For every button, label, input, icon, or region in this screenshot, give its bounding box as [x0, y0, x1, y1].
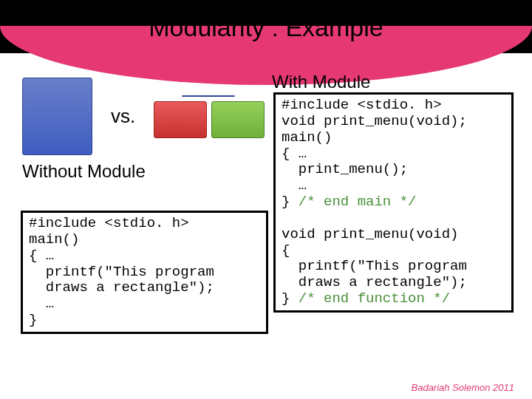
- monolithic-block: [22, 78, 92, 155]
- code-line: }: [29, 312, 37, 328]
- code-line: { …: [282, 146, 307, 162]
- vs-text: vs.: [111, 105, 135, 128]
- code-line: {: [282, 242, 290, 259]
- code-with-module: #include <stdio. h> void print_menu(void…: [273, 92, 514, 313]
- code-line: void print_menu(void);: [282, 113, 467, 129]
- code-line: main(): [29, 231, 79, 248]
- code-without-module: #include <stdio. h> main() { … printf("T…: [21, 211, 268, 334]
- code-line: }: [282, 194, 299, 210]
- code-line: …: [29, 296, 54, 312]
- with-module-label: With Module: [272, 72, 370, 92]
- code-comment: /* end function */: [299, 290, 450, 307]
- code-line: printf("This program: [282, 258, 467, 274]
- footer-credit: Badariah Solemon 2011: [412, 382, 515, 393]
- module-block-blue: [182, 95, 235, 97]
- code-line: main(): [282, 129, 332, 146]
- module-block-red: [154, 101, 207, 138]
- content-area: With Module vs. Without Module #include …: [0, 70, 532, 183]
- code-line: draws a rectangle");: [29, 279, 214, 296]
- modular-blocks: [154, 95, 265, 138]
- slide-title: Modularity : Example: [0, 13, 532, 42]
- code-line: void print_menu(void): [282, 226, 458, 242]
- module-block-green: [211, 101, 265, 138]
- code-line: }: [282, 290, 299, 307]
- code-line: #include <stdio. h>: [282, 97, 442, 113]
- code-line: printf("This program: [29, 264, 214, 280]
- code-line: print_menu();: [282, 161, 408, 177]
- code-line: …: [282, 177, 307, 194]
- code-line: draws a rectangle");: [282, 274, 467, 290]
- code-line: #include <stdio. h>: [29, 215, 189, 231]
- code-comment: /* end main */: [299, 194, 417, 210]
- code-line: { …: [29, 248, 54, 264]
